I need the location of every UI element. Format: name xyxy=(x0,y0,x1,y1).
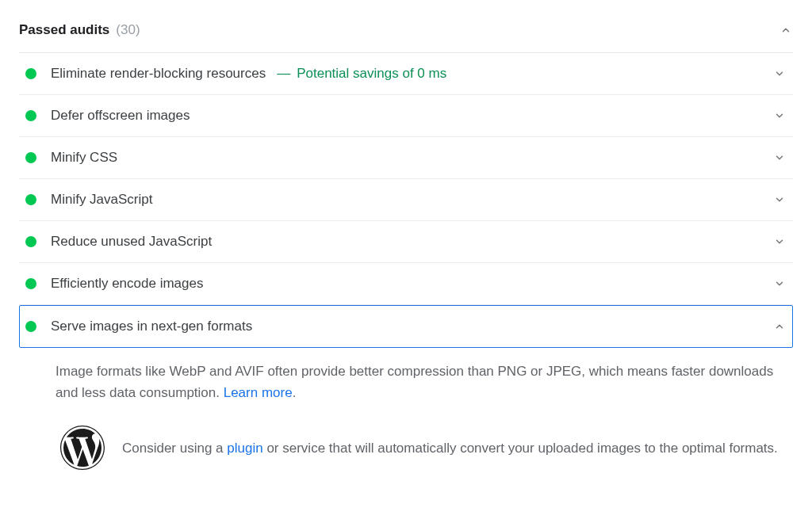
passed-audits-title: Passed audits xyxy=(19,22,109,38)
audit-row-serve-images-next-gen[interactable]: Serve images in next-gen formats xyxy=(19,305,793,348)
status-dot-icon xyxy=(25,152,36,163)
audit-row-minify-css[interactable]: Minify CSS xyxy=(19,137,793,179)
status-dot-icon xyxy=(25,194,36,205)
savings-text: Potential savings of 0 ms xyxy=(297,66,446,82)
audit-row-efficiently-encode-images[interactable]: Efficiently encode images xyxy=(19,263,793,305)
audit-label: Reduce unused JavaScript xyxy=(51,234,212,250)
tip-text-after: or service that will automatically conve… xyxy=(263,441,778,456)
passed-audits-header[interactable]: Passed audits (30) xyxy=(19,16,793,53)
audit-label: Defer offscreen images xyxy=(51,108,190,124)
audit-row-minify-javascript[interactable]: Minify JavaScript xyxy=(19,179,793,221)
audit-details: Image formats like WebP and AVIF often p… xyxy=(19,348,793,411)
status-dot-icon xyxy=(25,278,36,289)
audit-row-defer-offscreen-images[interactable]: Defer offscreen images xyxy=(19,95,793,137)
wordpress-tip: Consider using a plugin or service that … xyxy=(19,411,793,478)
chevron-up-icon xyxy=(779,23,793,37)
passed-audits-count: (30) xyxy=(116,22,140,38)
chevron-up-icon xyxy=(772,319,787,334)
chevron-down-icon xyxy=(772,109,787,123)
audit-label: Serve images in next-gen formats xyxy=(51,319,252,334)
audit-label: Efficiently encode images xyxy=(51,276,203,292)
chevron-down-icon xyxy=(772,67,787,81)
chevron-down-icon xyxy=(772,277,787,291)
learn-more-link[interactable]: Learn more xyxy=(224,385,293,400)
audit-label: Eliminate render-blocking resources xyxy=(51,66,266,82)
audit-row-eliminate-render-blocking[interactable]: Eliminate render-blocking resources — Po… xyxy=(19,53,793,95)
chevron-down-icon xyxy=(772,193,787,207)
chevron-down-icon xyxy=(772,151,787,165)
tip-text-before: Consider using a xyxy=(122,441,227,456)
audit-row-reduce-unused-javascript[interactable]: Reduce unused JavaScript xyxy=(19,221,793,263)
plugin-link[interactable]: plugin xyxy=(227,441,262,456)
status-dot-icon xyxy=(25,321,36,332)
status-dot-icon xyxy=(25,68,36,79)
audit-label: Minify CSS xyxy=(51,150,117,166)
savings-separator: — xyxy=(277,66,290,82)
wordpress-icon xyxy=(60,426,105,470)
audit-label: Minify JavaScript xyxy=(51,192,152,208)
tip-text: Consider using a plugin or service that … xyxy=(122,437,778,459)
details-text-after: . xyxy=(293,385,297,400)
status-dot-icon xyxy=(25,110,36,121)
chevron-down-icon xyxy=(772,235,787,249)
details-text: Image formats like WebP and AVIF often p… xyxy=(56,364,773,400)
status-dot-icon xyxy=(25,236,36,247)
